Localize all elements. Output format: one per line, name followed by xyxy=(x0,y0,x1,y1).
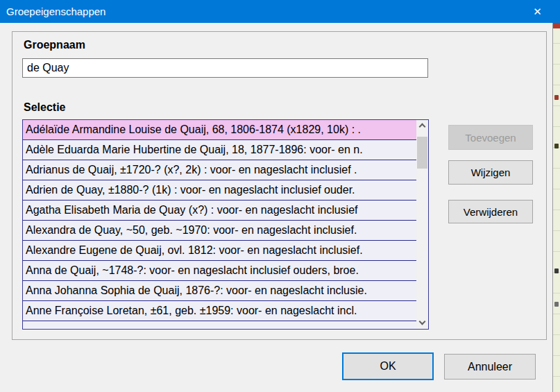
group-name-input[interactable] xyxy=(22,58,428,78)
scroll-up-button[interactable] xyxy=(416,120,428,132)
vertical-scrollbar[interactable] xyxy=(416,120,428,329)
selection-listbox: Adélaïde Armandine Louise de Quaij, 68, … xyxy=(22,119,429,330)
list-item[interactable]: Alexandre Eugene de Quaij, ovl. 1812: vo… xyxy=(23,241,416,261)
background-window-edge xyxy=(553,23,560,392)
list-item[interactable]: Adrien de Quay, ±1880-? (1k) : voor- en … xyxy=(23,180,416,201)
add-button: Toevoegen xyxy=(448,125,533,150)
chevron-up-icon xyxy=(419,123,426,130)
background-icon xyxy=(554,144,559,148)
background-icon xyxy=(554,95,559,100)
close-icon: ✕ xyxy=(533,6,542,17)
selection-list-rows: Adélaïde Armandine Louise de Quaij, 68, … xyxy=(23,120,416,329)
list-item[interactable]: Alexandra de Quay, ~50, geb. ~1970: voor… xyxy=(23,221,416,241)
scrollbar-thumb[interactable] xyxy=(417,137,427,169)
selection-label: Selectie xyxy=(24,101,65,114)
list-item[interactable]: Adrianus de Quaij, ±1720-? (x?, 2k) : vo… xyxy=(23,160,416,180)
list-item[interactable]: Anna de Quaij, ~1748-?: voor- en nagesla… xyxy=(23,261,416,281)
background-icon xyxy=(554,302,559,307)
background-icon xyxy=(554,269,559,273)
list-item[interactable]: Anne Françoise Loretan, ±61, geb. ±1959:… xyxy=(23,301,416,321)
scroll-down-button[interactable] xyxy=(416,317,428,329)
list-item[interactable]: Adèle Eduarda Marie Hubertine de Quaij, … xyxy=(23,140,416,160)
cancel-button[interactable]: Annuleer xyxy=(444,354,536,380)
group-name-label: Groepnaam xyxy=(24,39,85,51)
edit-button[interactable]: Wijzigen xyxy=(448,160,533,185)
list-item[interactable]: Anna Johanna Sophia de Quaij, 1876-?: vo… xyxy=(23,281,416,301)
list-item[interactable]: Adélaïde Armandine Louise de Quaij, 68, … xyxy=(23,120,416,140)
delete-button[interactable]: Verwijderen xyxy=(448,200,533,223)
close-button[interactable]: ✕ xyxy=(522,0,553,23)
ok-button[interactable]: OK xyxy=(342,352,434,380)
group-properties-dialog: Groepeigenschappen ✕ Groepnaam Selectie … xyxy=(0,0,560,392)
titlebar: Groepeigenschappen ✕ xyxy=(0,0,560,23)
list-item[interactable]: Agatha Elisabeth Maria de Quay (x?) : vo… xyxy=(23,201,416,221)
dialog-title: Groepeigenschappen xyxy=(6,0,105,23)
chevron-down-icon xyxy=(419,318,426,325)
background-red-fragment xyxy=(553,23,560,28)
